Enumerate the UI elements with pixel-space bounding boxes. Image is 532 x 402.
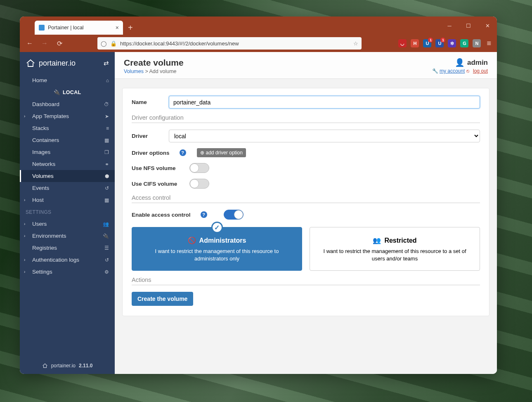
- extension-icons: ◡ H U U ✲ G N ≡: [398, 39, 493, 48]
- url-bar[interactable]: ◯ 🔒 https://docker.local:9443/#!/2/docke…: [97, 37, 362, 50]
- history-icon: ↺: [105, 185, 109, 191]
- env-swap-icon[interactable]: ⇄: [104, 59, 109, 67]
- chevron-right-icon: ›: [24, 258, 25, 262]
- help-icon[interactable]: ?: [180, 149, 186, 156]
- row-use-nfs: Use NFS volume: [132, 163, 480, 173]
- enable-access-toggle[interactable]: [224, 210, 244, 220]
- nav-reload-button[interactable]: ⟳: [54, 38, 65, 49]
- brand-text: portainer.io: [39, 59, 76, 68]
- ext-badge2-icon[interactable]: U: [435, 39, 444, 47]
- sidebar-item-label: Networks: [32, 161, 55, 167]
- section-driver-config: Driver configuration: [132, 114, 480, 123]
- portainer-logo-icon: [26, 58, 35, 68]
- log-out-link[interactable]: log out: [473, 68, 488, 74]
- chevron-right-icon: ›: [24, 234, 25, 238]
- name-input[interactable]: [169, 96, 480, 109]
- ac-card-administrators[interactable]: ✓ 🚫 Administrators I want to restrict th…: [132, 227, 302, 271]
- sidebar-item-label: Dashboard: [32, 101, 59, 107]
- enable-access-label: Enable access control: [132, 212, 191, 218]
- portainer-logo-small-icon: [42, 363, 48, 369]
- help-icon[interactable]: ?: [201, 211, 207, 218]
- sidebar-item-containers[interactable]: Containers ▦: [20, 134, 115, 146]
- ext-pocket-icon[interactable]: ◡: [398, 39, 407, 47]
- nav-forward-button[interactable]: →: [39, 38, 50, 49]
- sidebar-item-images[interactable]: Images ❐: [20, 146, 115, 158]
- driver-options-label: Driver options: [132, 150, 170, 156]
- sidebar-item-authentication-logs[interactable]: › Authentication logs ↺: [20, 254, 115, 266]
- ac-card-restricted[interactable]: 👥 Restricted I want to restrict the mana…: [310, 227, 480, 271]
- ext-purple-icon[interactable]: ✲: [448, 39, 456, 47]
- sidebar-footer: portainer.io 2.11.0: [20, 357, 115, 374]
- env-label: LOCAL: [63, 90, 81, 95]
- window-maximize-button[interactable]: ☐: [459, 17, 478, 35]
- sidebar-item-dashboard[interactable]: Dashboard ⏱: [20, 98, 115, 110]
- user-links: 🔧 my account ⎋ log out: [432, 68, 488, 74]
- sidebar-item-app-templates[interactable]: › App Templates ➤: [20, 110, 115, 122]
- sidebar-logo[interactable]: portainer.io ⇄: [20, 52, 115, 74]
- sitemap-icon: ⚭: [105, 161, 109, 167]
- sidebar-item-host[interactable]: › Host ▦: [20, 194, 115, 206]
- create-volume-button[interactable]: Create the volume: [132, 292, 193, 306]
- tab-close-icon[interactable]: ×: [116, 24, 119, 31]
- th-icon: ▦: [104, 197, 109, 203]
- row-name: Name: [132, 96, 480, 109]
- browser-tab[interactable]: Portainer | local ×: [35, 21, 123, 35]
- sidebar-item-home[interactable]: Home ⌂: [20, 74, 115, 86]
- nav-back-button[interactable]: ←: [24, 38, 35, 49]
- sidebar-item-volumes[interactable]: Volumes ⬢: [20, 170, 115, 182]
- cubes-icon: ▦: [104, 137, 109, 143]
- sidebar-item-users[interactable]: › Users 👥: [20, 218, 115, 230]
- use-nfs-label: Use NFS volume: [132, 165, 181, 171]
- ext-green-icon[interactable]: G: [460, 39, 468, 47]
- form-panel: Name Driver configuration Driver local D…: [122, 88, 489, 316]
- ext-circle-icon[interactable]: H: [411, 39, 419, 47]
- sidebar-item-settings[interactable]: › Settings ⚙: [20, 266, 115, 278]
- database-icon: ☰: [104, 245, 109, 251]
- eye-slash-icon: 🚫: [188, 236, 196, 244]
- use-nfs-toggle[interactable]: [189, 163, 209, 173]
- bookmark-star-icon[interactable]: ☆: [353, 40, 358, 47]
- sidebar-item-label: Environments: [32, 233, 66, 239]
- use-cifs-label: Use CIFS volume: [132, 181, 181, 187]
- browser-toolbar: ← → ⟳ ◯ 🔒 https://docker.local:9443/#!/2…: [20, 35, 497, 52]
- create-volume-label: Create the volume: [137, 296, 187, 302]
- sidebar-item-environments[interactable]: › Environments 🔌: [20, 230, 115, 242]
- browser-window: Portainer | local × + ─ ☐ ✕ ← → ⟳ ◯ 🔒 ht…: [20, 17, 497, 374]
- breadcrumb-link-volumes[interactable]: Volumes: [124, 69, 144, 74]
- sidebar-settings-heading: SETTINGS: [20, 206, 115, 218]
- home-icon: ⌂: [106, 78, 109, 83]
- url-text: https://docker.local:9443/#!/2/docker/vo…: [120, 40, 350, 47]
- add-driver-option-button[interactable]: ⊕ add driver option: [197, 148, 246, 157]
- app-root: portainer.io ⇄ Home ⌂ 🔌 LOCAL Dashboard …: [20, 52, 497, 374]
- user-display: 👤 admin: [432, 58, 488, 67]
- tachometer-icon: ⏱: [104, 102, 109, 107]
- sidebar-item-events[interactable]: Events ↺: [20, 182, 115, 194]
- name-label: Name: [132, 99, 161, 105]
- row-driver-options: Driver options ? ⊕ add driver option: [132, 148, 480, 157]
- sidebar-item-networks[interactable]: Networks ⚭: [20, 158, 115, 170]
- sidebar-item-label: Settings: [32, 269, 52, 275]
- browser-menu-icon[interactable]: ≡: [485, 39, 493, 48]
- list-icon: ≡: [106, 125, 109, 131]
- window-minimize-button[interactable]: ─: [440, 17, 459, 35]
- users-icon: 👥: [103, 221, 109, 227]
- new-tab-button[interactable]: +: [123, 21, 138, 35]
- use-cifs-toggle[interactable]: [189, 179, 209, 189]
- users-icon: 👥: [373, 236, 381, 244]
- sidebar-item-label: Volumes: [32, 173, 54, 179]
- my-account-link[interactable]: my account: [440, 68, 465, 74]
- sidebar-env-heading: 🔌 LOCAL: [20, 86, 115, 98]
- shield-icon: ◯: [101, 40, 107, 47]
- ext-badge1-icon[interactable]: U: [423, 39, 431, 47]
- chevron-right-icon: ›: [24, 222, 25, 226]
- driver-select[interactable]: local: [169, 130, 480, 142]
- sidebar-item-stacks[interactable]: Stacks ≡: [20, 122, 115, 134]
- sidebar-item-label: Stacks: [32, 125, 49, 131]
- plug-icon: 🔌: [54, 89, 60, 95]
- ext-gray-icon[interactable]: N: [473, 39, 481, 47]
- sidebar-item-registries[interactable]: Registries ☰: [20, 242, 115, 254]
- sidebar-item-label: Containers: [32, 137, 59, 143]
- window-close-button[interactable]: ✕: [478, 17, 497, 35]
- sidebar-item-label: Authentication logs: [32, 257, 79, 263]
- page-title: Create volume: [124, 58, 184, 68]
